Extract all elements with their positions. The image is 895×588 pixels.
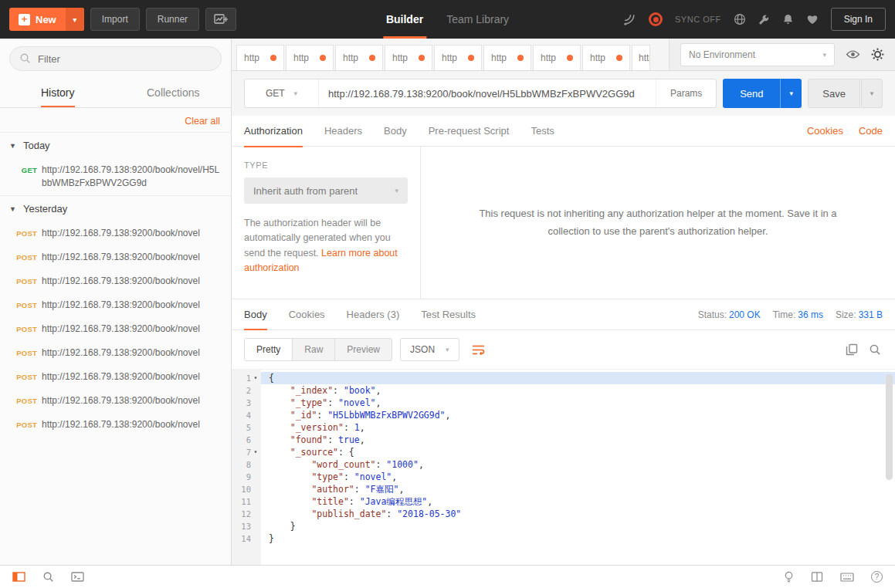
view-mode-button[interactable]: Preview	[335, 339, 392, 360]
request-section-tab[interactable]: Authorization	[244, 116, 303, 147]
code-line: 14▾ }	[232, 532, 895, 545]
view-mode-button[interactable]: Raw	[293, 339, 335, 360]
save-button[interactable]: Save	[808, 79, 860, 108]
history-group-today[interactable]: ▼ Today	[0, 132, 231, 158]
request-tab-strip: http http http http	[232, 39, 895, 71]
two-pane-layout-icon[interactable]	[811, 572, 823, 582]
history-item[interactable]: POST http://192.168.79.138:9200/book/nov…	[0, 389, 231, 413]
environment-preview-eye-icon[interactable]	[846, 49, 860, 59]
auth-type-select[interactable]: Inherit auth from parent ▾	[244, 177, 408, 204]
response-tab[interactable]: Headers (3)	[347, 299, 400, 329]
request-tab[interactable]: http	[632, 45, 650, 70]
request-tab-label: http	[442, 52, 457, 63]
interceptor-satellite-icon[interactable]	[623, 13, 636, 26]
bootcamp-bulb-icon[interactable]	[784, 571, 794, 583]
response-tab[interactable]: Body	[244, 299, 267, 329]
request-tab[interactable]: http	[582, 45, 630, 70]
history-url: http://192.168.79.138:9200/book/novel	[42, 251, 200, 264]
code-line: 1▾ {	[232, 372, 895, 384]
format-select[interactable]: JSON ▾	[400, 338, 459, 361]
history-item[interactable]: POST http://192.168.79.138:9200/book/nov…	[0, 317, 231, 341]
request-tab[interactable]: http	[385, 45, 432, 70]
history-item[interactable]: POST http://192.168.79.138:9200/book/nov…	[0, 269, 231, 293]
capture-requests-icon[interactable]	[649, 12, 663, 26]
search-icon	[19, 52, 31, 64]
history-item[interactable]: POST http://192.168.79.138:9200/book/nov…	[0, 293, 231, 317]
sidebar: History Collections Clear all ▼ Today GE…	[0, 39, 232, 565]
code-line: 7▾ "_source": {	[232, 446, 895, 458]
method-select[interactable]: GET ▾	[245, 79, 319, 107]
global-search-icon[interactable]	[42, 571, 54, 583]
request-tab[interactable]: http	[236, 45, 284, 70]
request-tab[interactable]: http	[434, 45, 482, 70]
fold-caret-icon[interactable]: ▾	[252, 372, 259, 384]
history-item[interactable]: POST http://192.168.79.138:9200/book/nov…	[0, 221, 231, 245]
sidebar-toggle-icon[interactable]	[12, 572, 25, 582]
history-item[interactable]: GET http://192.168.79.138:9200/book/nove…	[0, 158, 231, 195]
method-badge: POST	[6, 251, 37, 264]
line-number-gutter: 1▾	[232, 372, 261, 384]
unsaved-dot-icon	[517, 55, 524, 61]
send-button[interactable]: Send	[723, 79, 780, 108]
history-item[interactable]: POST http://192.168.79.138:9200/book/nov…	[0, 365, 231, 389]
tab-history[interactable]: History	[0, 79, 116, 107]
new-workspace-button[interactable]	[205, 8, 236, 31]
save-dropdown-caret[interactable]: ▾	[861, 79, 883, 108]
request-tab[interactable]: http	[533, 45, 581, 70]
help-icon[interactable]: ?	[871, 571, 883, 583]
import-button[interactable]: Import	[90, 8, 140, 31]
runner-button[interactable]: Runner	[146, 8, 199, 31]
code-link[interactable]: Code	[859, 125, 883, 137]
url-input[interactable]	[319, 79, 656, 107]
sync-status: SYNC OFF	[675, 15, 721, 24]
status-value: 200 OK	[729, 309, 761, 320]
cookies-link[interactable]: Cookies	[807, 125, 843, 137]
method-badge: POST	[6, 299, 37, 312]
request-section-tab[interactable]: Tests	[531, 116, 554, 147]
send-dropdown-caret[interactable]: ▾	[780, 79, 802, 108]
history-item[interactable]: POST http://192.168.79.138:9200/book/nov…	[0, 413, 231, 437]
code-text: "_source": {	[261, 446, 895, 458]
search-response-icon[interactable]	[867, 342, 883, 357]
filter-input[interactable]	[9, 46, 222, 71]
settings-gear-icon[interactable]	[871, 48, 884, 61]
clear-all-link[interactable]: Clear all	[185, 116, 220, 127]
app-header: + New ▾ Import Runner Builder Team Libra…	[0, 0, 895, 39]
format-value: JSON	[410, 344, 435, 355]
request-section-tab[interactable]: Pre-request Script	[429, 116, 510, 147]
request-tab[interactable]: http	[335, 45, 383, 70]
shortcuts-keyboard-icon[interactable]	[840, 573, 854, 582]
request-tab[interactable]: http	[286, 45, 334, 70]
view-mode-button[interactable]: Pretty	[245, 339, 293, 360]
support-globe-icon[interactable]	[734, 13, 746, 25]
notifications-bell-icon[interactable]	[782, 13, 794, 25]
nav-team-library[interactable]: Team Library	[446, 0, 509, 39]
method-badge: POST	[6, 275, 37, 288]
params-button[interactable]: Params	[656, 79, 716, 107]
editor-scrollbar[interactable]	[886, 374, 893, 557]
sign-in-button[interactable]: Sign In	[831, 8, 886, 31]
new-button[interactable]: + New ▾	[9, 8, 84, 31]
nav-builder[interactable]: Builder	[386, 0, 423, 39]
fold-caret-icon[interactable]: ▾	[252, 446, 259, 458]
scrollbar-thumb[interactable]	[886, 374, 893, 480]
response-body-editor[interactable]: 1▾ { 2▾ "_index": "book", 3▾	[232, 369, 895, 565]
history-item[interactable]: POST http://192.168.79.138:9200/book/nov…	[0, 245, 231, 269]
favorites-heart-icon[interactable]	[806, 14, 819, 25]
chevron-down-icon: ▾	[822, 51, 826, 59]
history-item[interactable]: POST http://192.168.79.138:9200/book/nov…	[0, 341, 231, 365]
console-icon[interactable]	[71, 572, 84, 582]
history-group-yesterday[interactable]: ▼ Yesterday	[0, 195, 231, 221]
request-section-tab[interactable]: Headers	[324, 116, 362, 147]
copy-icon[interactable]	[844, 342, 859, 357]
response-tab[interactable]: Cookies	[289, 299, 325, 329]
tab-collections[interactable]: Collections	[116, 79, 232, 107]
settings-wrench-icon[interactable]	[758, 14, 770, 25]
response-tab[interactable]: Test Results	[421, 299, 476, 329]
method-value: GET	[266, 88, 285, 99]
wrap-text-icon[interactable]	[467, 338, 490, 361]
request-section-tab[interactable]: Body	[384, 116, 407, 147]
request-tab[interactable]: http	[483, 45, 531, 70]
new-dropdown-caret[interactable]: ▾	[66, 8, 84, 31]
environment-selector[interactable]: No Environment ▾	[680, 43, 835, 66]
